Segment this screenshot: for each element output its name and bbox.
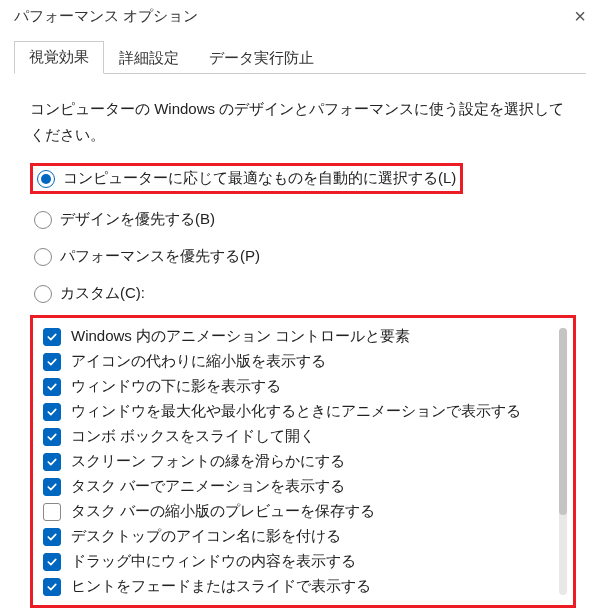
effect-label: デスクトップのアイコン名に影を付ける [71, 527, 341, 546]
effect-label: ウィンドウを最大化や最小化するときにアニメーションで表示する [71, 402, 521, 421]
effect-label: ドラッグ中にウィンドウの内容を表示する [71, 552, 356, 571]
checkbox-icon[interactable] [43, 403, 61, 421]
checkbox-icon[interactable] [43, 478, 61, 496]
scrollbar[interactable] [559, 328, 567, 595]
effects-list: Windows 内のアニメーション コントロールと要素アイコンの代わりに縮小版を… [35, 324, 571, 599]
scrollbar-thumb[interactable] [559, 328, 567, 515]
effect-row[interactable]: Windows 内のアニメーション コントロールと要素 [35, 324, 571, 349]
checkbox-icon[interactable] [43, 353, 61, 371]
tab-content: コンピューターの Windows のデザインとパフォーマンスに使う設定を選択して… [0, 74, 600, 608]
tab-label: データ実行防止 [209, 49, 314, 66]
effect-row[interactable]: ヒントをフェードまたはスライドで表示する [35, 574, 571, 599]
checkbox-icon[interactable] [43, 503, 61, 521]
checkbox-icon[interactable] [43, 553, 61, 571]
tabstrip: 視覚効果 詳細設定 データ実行防止 [14, 40, 586, 74]
effect-label: スクリーン フォントの縁を滑らかにする [71, 452, 345, 471]
radio-icon [34, 211, 52, 229]
radio-icon [37, 170, 55, 188]
effect-label: アイコンの代わりに縮小版を表示する [71, 352, 326, 371]
radio-label: カスタム(C): [60, 284, 145, 303]
effect-row[interactable]: ドラッグ中にウィンドウの内容を表示する [35, 549, 571, 574]
tab-advanced[interactable]: 詳細設定 [104, 42, 194, 74]
radio-label: デザインを優先する(B) [60, 210, 215, 229]
window-title: パフォーマンス オプション [14, 7, 198, 26]
effect-label: ヒントをフェードまたはスライドで表示する [71, 577, 371, 596]
close-icon[interactable]: × [574, 6, 586, 26]
checkbox-icon[interactable] [43, 428, 61, 446]
effect-row[interactable]: デスクトップのアイコン名に影を付ける [35, 524, 571, 549]
effect-row[interactable]: タスク バーの縮小版のプレビューを保存する [35, 499, 571, 524]
effect-label: ウィンドウの下に影を表示する [71, 377, 281, 396]
radio-best-appearance[interactable]: デザインを優先する(B) [30, 204, 576, 235]
radio-label: パフォーマンスを優先する(P) [60, 247, 260, 266]
radio-best-performance[interactable]: パフォーマンスを優先する(P) [30, 241, 576, 272]
effect-row[interactable]: アイコンの代わりに縮小版を表示する [35, 349, 571, 374]
radio-auto-select[interactable]: コンピューターに応じて最適なものを自動的に選択する(L) [30, 163, 463, 194]
effects-box: Windows 内のアニメーション コントロールと要素アイコンの代わりに縮小版を… [30, 315, 576, 608]
effect-row[interactable]: ウィンドウの下に影を表示する [35, 374, 571, 399]
radio-icon [34, 285, 52, 303]
effect-label: Windows 内のアニメーション コントロールと要素 [71, 327, 410, 346]
tab-dep[interactable]: データ実行防止 [194, 42, 329, 74]
radio-icon [34, 248, 52, 266]
radio-custom[interactable]: カスタム(C): [30, 278, 576, 309]
checkbox-icon[interactable] [43, 453, 61, 471]
instruction-text: コンピューターの Windows のデザインとパフォーマンスに使う設定を選択して… [30, 96, 576, 147]
effect-label: コンボ ボックスをスライドして開く [71, 427, 315, 446]
effect-row[interactable]: スクリーン フォントの縁を滑らかにする [35, 449, 571, 474]
checkbox-icon[interactable] [43, 578, 61, 596]
effect-row[interactable]: コンボ ボックスをスライドして開く [35, 424, 571, 449]
effect-label: タスク バーでアニメーションを表示する [71, 477, 345, 496]
titlebar: パフォーマンス オプション × [0, 0, 600, 30]
tab-visual-effects[interactable]: 視覚効果 [14, 41, 104, 74]
effect-label: タスク バーの縮小版のプレビューを保存する [71, 502, 375, 521]
effect-row[interactable]: ウィンドウを最大化や最小化するときにアニメーションで表示する [35, 399, 571, 424]
checkbox-icon[interactable] [43, 528, 61, 546]
checkbox-icon[interactable] [43, 328, 61, 346]
radio-label: コンピューターに応じて最適なものを自動的に選択する(L) [63, 169, 456, 188]
checkbox-icon[interactable] [43, 378, 61, 396]
tab-label: 詳細設定 [119, 49, 179, 66]
effect-row[interactable]: タスク バーでアニメーションを表示する [35, 474, 571, 499]
tab-label: 視覚効果 [29, 48, 89, 65]
